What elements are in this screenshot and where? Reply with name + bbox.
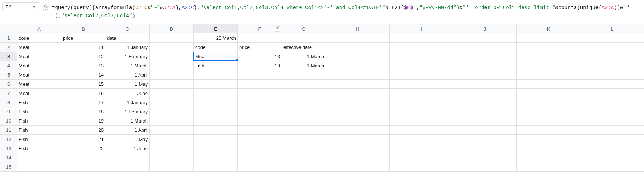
cell-I6[interactable] [390, 80, 453, 89]
select-all-corner[interactable] [0, 24, 17, 33]
cell-B15[interactable] [61, 162, 105, 172]
cell-A4[interactable]: Meat [17, 61, 61, 70]
cell-A2[interactable]: Meat [17, 43, 61, 52]
row-header-11[interactable]: 11 [0, 126, 17, 135]
cell-E3[interactable]: Meat [194, 52, 238, 61]
cell-I12[interactable] [390, 135, 453, 144]
cell-K7[interactable] [517, 89, 580, 98]
cell-D3[interactable] [150, 52, 194, 61]
cell-D14[interactable] [150, 153, 194, 162]
cell-K2[interactable] [517, 43, 580, 52]
cell-J5[interactable] [453, 70, 517, 80]
cell-C13[interactable]: 1 June [105, 144, 150, 153]
cell-C14[interactable] [105, 153, 150, 162]
cell-L1[interactable] [580, 33, 644, 43]
cell-G5[interactable] [282, 70, 326, 80]
cell-J1[interactable] [453, 33, 517, 43]
cell-B8[interactable]: 17 [61, 98, 105, 107]
cell-D12[interactable] [150, 135, 194, 144]
cell-I7[interactable] [390, 89, 453, 98]
cell-H8[interactable] [326, 98, 390, 107]
cell-H13[interactable] [326, 144, 390, 153]
cell-C7[interactable]: 1 June [105, 89, 150, 98]
cell-B10[interactable]: 19 [61, 116, 105, 126]
cell-G15[interactable] [282, 162, 326, 172]
cell-G4[interactable]: 1 March [282, 61, 326, 70]
cell-H1[interactable] [326, 33, 390, 43]
cell-K12[interactable] [517, 135, 580, 144]
cell-C9[interactable]: 1 February [105, 107, 150, 116]
cell-C3[interactable]: 1 February [105, 52, 150, 61]
cell-K4[interactable] [517, 61, 580, 70]
cell-G12[interactable] [282, 135, 326, 144]
cell-L15[interactable] [580, 162, 644, 172]
column-header-G[interactable]: G [282, 24, 326, 33]
cell-I2[interactable] [390, 43, 453, 52]
cell-L7[interactable] [580, 89, 644, 98]
cell-B14[interactable] [61, 153, 105, 162]
cell-J6[interactable] [453, 80, 517, 89]
cell-H15[interactable] [326, 162, 390, 172]
cell-H14[interactable] [326, 153, 390, 162]
cell-H9[interactable] [326, 107, 390, 116]
cell-G1[interactable] [282, 33, 326, 43]
cell-J7[interactable] [453, 89, 517, 98]
cell-G9[interactable] [282, 107, 326, 116]
cell-L8[interactable] [580, 98, 644, 107]
column-header-F[interactable]: F [238, 24, 282, 33]
cell-D2[interactable] [150, 43, 194, 52]
cell-H2[interactable] [326, 43, 390, 52]
cell-E7[interactable] [194, 89, 238, 98]
cell-D9[interactable] [150, 107, 194, 116]
cell-A12[interactable]: Fish [17, 135, 61, 144]
column-header-C[interactable]: C [105, 24, 150, 33]
column-header-H[interactable]: H [326, 24, 390, 33]
cell-K9[interactable] [517, 107, 580, 116]
cell-I9[interactable] [390, 107, 453, 116]
cell-G14[interactable] [282, 153, 326, 162]
cell-L10[interactable] [580, 116, 644, 126]
cell-A11[interactable]: Fish [17, 126, 61, 135]
cell-E15[interactable] [194, 162, 238, 172]
cell-J11[interactable] [453, 126, 517, 135]
cell-F13[interactable] [238, 144, 282, 153]
cell-A15[interactable] [17, 162, 61, 172]
cell-F2[interactable]: price [238, 43, 282, 52]
cell-A8[interactable]: Fish [17, 98, 61, 107]
cell-G10[interactable] [282, 116, 326, 126]
cell-F8[interactable] [238, 98, 282, 107]
row-header-5[interactable]: 5 [0, 70, 17, 80]
column-header-J[interactable]: J [453, 24, 517, 33]
cell-F7[interactable] [238, 89, 282, 98]
column-header-K[interactable]: K [517, 24, 580, 33]
cell-C10[interactable]: 1 March [105, 116, 150, 126]
cell-J8[interactable] [453, 98, 517, 107]
cell-H12[interactable] [326, 135, 390, 144]
cell-K6[interactable] [517, 80, 580, 89]
cell-I14[interactable] [390, 153, 453, 162]
cell-D15[interactable] [150, 162, 194, 172]
cell-D1[interactable] [150, 33, 194, 43]
cell-E6[interactable] [194, 80, 238, 89]
cell-I4[interactable] [390, 61, 453, 70]
cell-A10[interactable]: Fish [17, 116, 61, 126]
cell-G11[interactable] [282, 126, 326, 135]
cell-I1[interactable] [390, 33, 453, 43]
cell-F1[interactable] [238, 33, 282, 43]
column-header-L[interactable]: L [580, 24, 644, 33]
cell-L5[interactable] [580, 70, 644, 80]
cell-D10[interactable] [150, 116, 194, 126]
cell-D13[interactable] [150, 144, 194, 153]
name-box[interactable]: E3 ▼ [2, 2, 39, 11]
cell-J2[interactable] [453, 43, 517, 52]
cell-K10[interactable] [517, 116, 580, 126]
cell-H10[interactable] [326, 116, 390, 126]
cell-B11[interactable]: 20 [61, 126, 105, 135]
cell-C15[interactable] [105, 162, 150, 172]
cell-E10[interactable] [194, 116, 238, 126]
cell-K13[interactable] [517, 144, 580, 153]
cell-J4[interactable] [453, 61, 517, 70]
cell-G13[interactable] [282, 144, 326, 153]
cell-D5[interactable] [150, 70, 194, 80]
cell-B5[interactable]: 14 [61, 70, 105, 80]
